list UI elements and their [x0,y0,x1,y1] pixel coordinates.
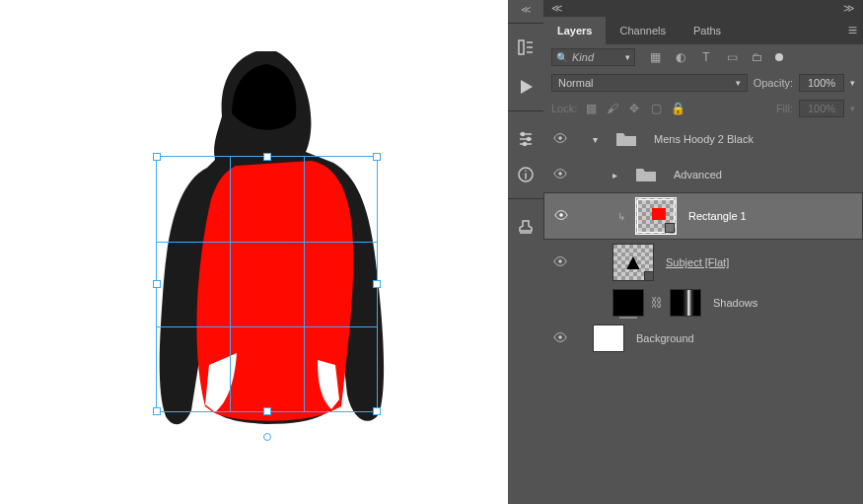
search-icon: 🔍 [556,52,568,63]
layer-shadows[interactable]: ⛓ Shadows [543,285,863,321]
collapse-left-icon[interactable]: ≪ [517,0,535,19]
folder-icon [630,161,662,188]
svg-rect-0 [519,40,524,54]
visibility-toggle[interactable] [549,131,571,147]
svg-point-6 [558,172,562,176]
layers-panel: ≪ ≫ Layers Channels Paths ≡ 🔍 Kind ▾ ▦ ◐… [543,0,863,504]
svg-point-5 [558,136,562,140]
layer-name[interactable]: Mens Hoody 2 Black [648,133,857,145]
layer-group[interactable]: ▾ Mens Hoody 2 Black [543,121,863,157]
handle-bot-mid[interactable] [263,407,271,415]
layer-rectangle-1[interactable]: ↳ Rectangle 1 [543,192,863,240]
filter-adjust-icon[interactable]: ◐ [673,49,688,65]
lock-position-icon[interactable]: ✥ [626,101,642,116]
layer-name[interactable]: Rectangle 1 [683,210,856,222]
tool-rail: ≪ [508,0,543,504]
layer-thumbnail[interactable]: ▲ [612,244,654,281]
stamp-icon[interactable] [512,209,539,237]
handle-top-right[interactable] [373,153,381,161]
adjustments-icon[interactable] [512,121,539,149]
lock-image-icon[interactable]: 🖌 [605,101,620,116]
collapse-left-icon[interactable]: ≪ [551,2,563,15]
chevron-down-icon[interactable]: ▾ [593,134,605,145]
mask-thumbnail[interactable] [670,289,701,317]
tab-channels[interactable]: Channels [606,17,679,44]
handle-top-left[interactable] [153,153,161,161]
chevron-right-icon[interactable]: ▸ [612,170,624,180]
play-icon[interactable] [512,73,539,101]
filter-toggle[interactable] [775,53,783,61]
handle-bot-right[interactable] [373,407,381,415]
expand-right-icon[interactable]: ≫ [843,2,855,15]
folder-icon [611,125,642,153]
chevron-down-icon: ▾ [625,52,630,62]
fill-input[interactable]: 100% [799,100,844,117]
layer-name[interactable]: Subject [Flat] [660,256,857,268]
clip-indicator-icon: ↳ [613,211,629,222]
svg-point-8 [558,259,562,263]
svg-point-2 [528,138,531,141]
timeline-icon[interactable] [512,34,539,61]
filter-smart-icon[interactable]: 🗀 [750,49,765,65]
layer-thumbnail[interactable] [593,324,624,352]
layer-name[interactable]: Advanced [668,169,857,180]
transform-bounding-box[interactable] [156,156,378,412]
svg-point-7 [559,213,563,217]
svg-point-3 [524,143,527,146]
layer-background[interactable]: Background [543,321,863,356]
handle-mid-right[interactable] [373,280,381,288]
chevron-down-icon[interactable]: ▾ [850,104,855,113]
visibility-toggle[interactable] [549,330,571,346]
blend-mode-select[interactable]: Normal▾ [551,74,748,92]
lock-all-icon[interactable]: 🔒 [670,101,685,116]
layer-subject[interactable]: ▲ Subject [Flat] [543,240,863,285]
layer-name[interactable]: Shadows [707,297,857,309]
layer-group-advanced[interactable]: ▸ Advanced [543,157,863,192]
layer-filter-kind[interactable]: 🔍 Kind ▾ [551,48,635,66]
link-icon[interactable]: ⛓ [650,296,664,310]
canvas[interactable] [0,0,508,504]
visibility-toggle[interactable] [549,167,571,182]
tab-paths[interactable]: Paths [680,17,735,44]
info-icon[interactable] [512,161,539,188]
filter-pixel-icon[interactable]: ▦ [647,49,663,65]
layer-thumbnail[interactable] [635,197,677,235]
chevron-down-icon: ▾ [736,78,741,88]
handle-mid-left[interactable] [153,280,161,288]
panel-menu-icon[interactable]: ≡ [848,22,857,39]
visibility-toggle[interactable] [549,254,571,270]
layer-thumbnail[interactable] [612,289,644,317]
handle-top-mid[interactable] [263,153,271,161]
chevron-down-icon[interactable]: ▾ [850,78,855,88]
filter-shape-icon[interactable]: ▭ [724,49,740,65]
handle-bot-left[interactable] [153,407,161,415]
filter-type-icon[interactable]: T [698,49,714,65]
opacity-input[interactable]: 100% [799,74,844,92]
layer-name[interactable]: Background [630,332,857,344]
svg-point-1 [522,133,525,136]
handle-rotate[interactable] [263,433,271,441]
lock-transparent-icon[interactable]: ▩ [583,101,599,116]
tab-layers[interactable]: Layers [543,17,606,44]
panel-tabs: Layers Channels Paths ≡ [543,17,863,44]
visibility-toggle[interactable] [550,208,572,224]
lock-artboard-icon[interactable]: ▢ [648,101,664,116]
svg-point-9 [558,335,562,339]
